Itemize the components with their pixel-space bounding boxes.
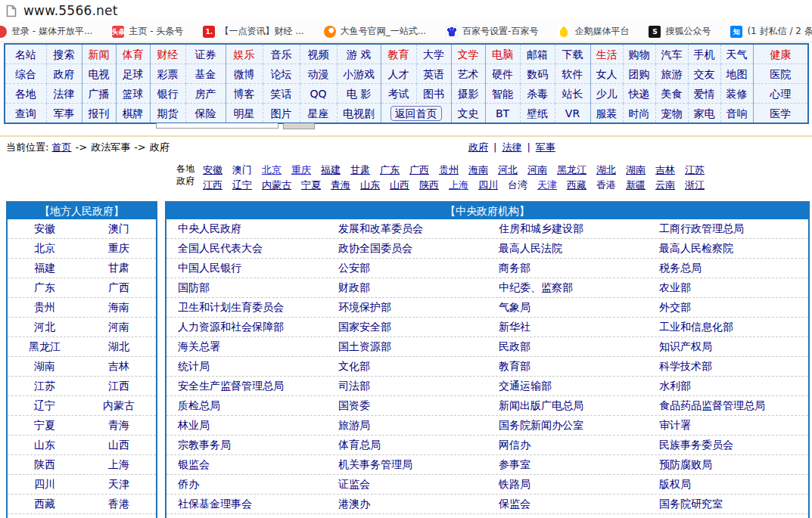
agency-link[interactable]: 文化部 <box>327 360 487 374</box>
nav-link[interactable]: 动漫 <box>308 68 329 80</box>
nav-link[interactable]: 电视剧 <box>343 107 375 119</box>
nav-link[interactable]: 小游戏 <box>343 68 375 80</box>
agency-link[interactable]: 国家安全部 <box>327 321 487 334</box>
agency-link[interactable]: 安全生产监督管理总局 <box>166 380 327 393</box>
agency-link[interactable]: 网信办 <box>487 439 648 452</box>
agency-link[interactable]: 新闻出版广电总局 <box>487 399 648 413</box>
nav-link[interactable]: 体育 <box>123 48 144 60</box>
province-link[interactable]: 山东 <box>8 439 82 452</box>
nav-link[interactable]: 下载 <box>562 48 583 60</box>
bookmark-item[interactable]: 大鱼号官网_一站式... <box>324 25 426 38</box>
region-link[interactable]: 广东 <box>380 163 400 177</box>
nav-link[interactable]: 医院 <box>770 68 791 80</box>
province-link[interactable]: 香港 <box>82 498 156 511</box>
agency-link[interactable]: 公安部 <box>327 262 487 275</box>
nav-link[interactable]: 文史 <box>458 107 479 119</box>
agency-link[interactable]: 水利部 <box>648 380 808 393</box>
region-link[interactable]: 澳门 <box>232 163 252 177</box>
bookmark-item[interactable]: 1.【一点资讯】财经 ... <box>203 25 303 38</box>
nav-link[interactable]: 交友 <box>694 68 715 80</box>
region-link[interactable]: 贵州 <box>439 163 459 177</box>
province-link[interactable]: 西藏 <box>8 498 82 511</box>
nav-link[interactable]: 棋牌 <box>123 107 144 119</box>
nav-link[interactable]: 时尚 <box>629 107 650 119</box>
agency-link[interactable]: 人力资源和社会保障部 <box>166 321 327 334</box>
region-link[interactable]: 江苏 <box>685 163 705 177</box>
nav-link[interactable]: 搜索 <box>54 48 75 60</box>
nav-link[interactable]: 心理 <box>770 88 791 100</box>
nav-link[interactable]: 政府 <box>54 68 75 80</box>
nav-link[interactable]: 明星 <box>234 107 255 119</box>
agency-link[interactable]: 政协全国委员会 <box>327 242 487 256</box>
agency-link[interactable]: 预防腐败局 <box>648 458 808 472</box>
nav-link[interactable]: 大学 <box>423 48 444 60</box>
agency-link[interactable]: 版权局 <box>648 478 808 492</box>
nav-link[interactable]: 爱情 <box>694 88 715 100</box>
region-link[interactable]: 陕西 <box>419 178 439 192</box>
nav-link[interactable]: 报刊 <box>89 107 110 119</box>
agency-link[interactable]: 国资委 <box>327 399 487 413</box>
agency-link[interactable]: 中国人民银行 <box>166 262 327 275</box>
province-link[interactable]: 四川 <box>8 478 82 492</box>
agency-link[interactable]: 外交部 <box>648 301 808 315</box>
region-link[interactable]: 香港 <box>596 178 616 192</box>
region-link[interactable]: 福建 <box>321 163 341 177</box>
region-link[interactable]: 湖南 <box>626 163 646 177</box>
agency-link[interactable]: 财政部 <box>327 281 487 295</box>
region-link[interactable]: 宁夏 <box>301 178 321 192</box>
nav-link[interactable]: 法律 <box>54 88 75 100</box>
nav-link[interactable]: 音响 <box>726 107 748 119</box>
agency-link[interactable]: 最高人民检察院 <box>648 242 808 256</box>
nav-link[interactable]: 新闻 <box>89 48 110 60</box>
nav-link[interactable]: 名站 <box>15 48 36 60</box>
agency-link[interactable]: 交通运输部 <box>487 380 648 393</box>
nav-link[interactable]: 杀毒 <box>527 88 548 100</box>
agency-link[interactable]: 海关总署 <box>166 340 327 354</box>
nav-link[interactable]: 站长 <box>562 88 583 100</box>
nav-link[interactable]: 视频 <box>308 48 329 60</box>
province-link[interactable]: 河南 <box>82 321 156 334</box>
agency-link[interactable]: 国务院研究室 <box>648 498 808 511</box>
nav-link[interactable]: 基金 <box>195 68 216 80</box>
region-link[interactable]: 甘肃 <box>350 163 370 177</box>
nav-link[interactable]: 宠物 <box>661 107 683 119</box>
agency-link[interactable]: 民族事务委员会 <box>648 439 808 452</box>
nav-link[interactable]: 健康 <box>770 48 791 60</box>
region-link[interactable]: 内蒙古 <box>262 178 291 192</box>
nav-link[interactable]: 图片 <box>271 107 292 119</box>
province-link[interactable]: 江西 <box>82 380 156 393</box>
nav-link[interactable]: 邮箱 <box>527 48 548 60</box>
region-link[interactable]: 上海 <box>449 178 468 192</box>
nav-link[interactable]: 考试 <box>388 88 409 100</box>
province-link[interactable]: 宁夏 <box>8 419 82 433</box>
agency-link[interactable]: 环境保护部 <box>327 301 487 315</box>
nav-link[interactable]: 查询 <box>15 107 36 119</box>
nav-link[interactable]: 英语 <box>423 68 444 80</box>
category-link[interactable]: 军事 <box>536 141 555 153</box>
agency-link[interactable]: 社保基金理事会 <box>166 498 327 511</box>
province-link[interactable]: 辽宁 <box>8 399 82 413</box>
agency-link[interactable]: 国防部 <box>166 281 327 295</box>
nav-link[interactable]: 壁纸 <box>527 107 548 119</box>
region-link[interactable]: 天津 <box>537 178 557 192</box>
province-link[interactable]: 吉林 <box>82 360 156 374</box>
agency-link[interactable]: 机关事务管理局 <box>327 458 487 472</box>
agency-link[interactable]: 食品药品监督管理总局 <box>648 399 808 413</box>
province-link[interactable]: 海南 <box>82 301 156 315</box>
nav-link[interactable]: 女人 <box>596 68 618 80</box>
nav-link[interactable]: 星座 <box>308 107 329 119</box>
nav-link[interactable]: 汽车 <box>661 48 683 60</box>
nav-link[interactable]: 美食 <box>661 88 683 100</box>
province-link[interactable]: 贵州 <box>8 301 82 315</box>
agency-link[interactable]: 林业局 <box>166 419 327 433</box>
region-link[interactable]: 重庆 <box>291 163 311 177</box>
nav-link[interactable]: BT <box>496 107 509 119</box>
nav-link[interactable]: 笑话 <box>271 88 292 100</box>
agency-link[interactable]: 中纪委、监察部 <box>487 281 648 295</box>
region-link[interactable]: 河南 <box>527 163 547 177</box>
region-link[interactable]: 安徽 <box>203 163 222 177</box>
nav-link[interactable]: 银行 <box>157 88 179 100</box>
agency-link[interactable]: 最高人民法院 <box>487 242 648 256</box>
agency-link[interactable]: 司法部 <box>327 380 487 393</box>
nav-link[interactable]: 房产 <box>195 88 216 100</box>
